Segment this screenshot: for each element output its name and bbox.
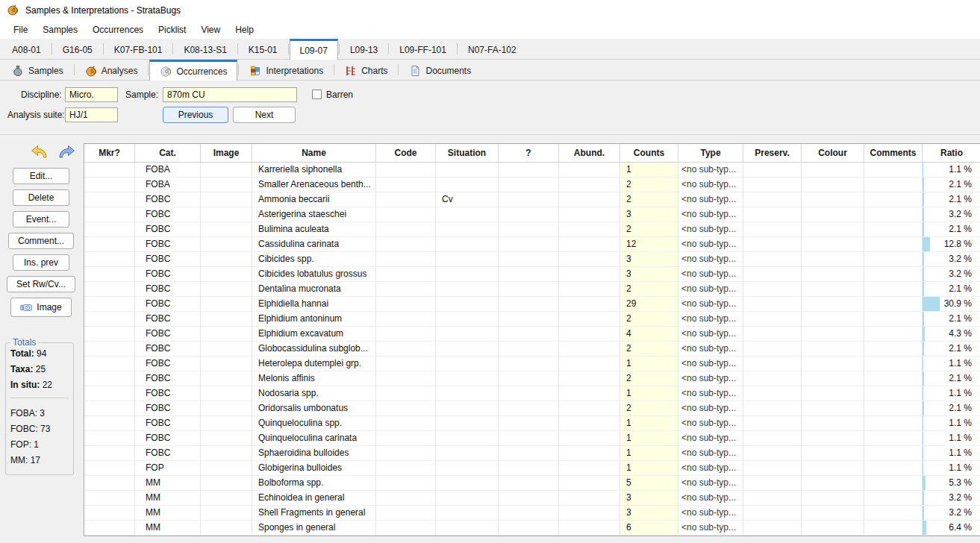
well-tab-a08-01[interactable]: A08-01 [2, 42, 51, 58]
cell-q [499, 163, 559, 178]
table-row[interactable]: FOBCCibicides lobatulus grossus3<no sub-… [84, 267, 980, 282]
menu-help[interactable]: Help [228, 22, 261, 38]
table-row[interactable]: MMSponges in general6<no sub-typ...6.4 % [84, 521, 980, 536]
cell-type: <no sub-typ... [678, 446, 743, 461]
table-row[interactable]: FOBCMelonis affinis2<no sub-typ...2.1 % [84, 371, 980, 386]
table-row[interactable]: FOBAKarreriella siphonella1<no sub-typ..… [84, 163, 980, 178]
image-button[interactable]: Image [10, 298, 71, 317]
cell-cat: FOBC [135, 386, 201, 401]
analysis-suite-field[interactable]: HJ/1 [65, 107, 118, 122]
view-tab-analyses[interactable]: Analyses [75, 63, 148, 79]
well-tab-k08-13-s1[interactable]: K08-13-S1 [174, 42, 236, 58]
table-row[interactable]: FOBCDentalina mucronata2<no sub-typ...2.… [84, 282, 980, 297]
well-tab-g16-05[interactable]: G16-05 [53, 42, 102, 58]
column-header-situation[interactable]: Situation [436, 144, 499, 163]
cell-cat: FOBC [135, 342, 201, 357]
column-header-type[interactable]: Type [678, 144, 743, 163]
table-row[interactable]: FOBCQuinqueloculina spp.1<no sub-typ...1… [84, 416, 980, 431]
column-header-abund[interactable]: Abund. [559, 144, 620, 163]
well-tab-k07-fb-101[interactable]: K07-FB-101 [104, 42, 172, 58]
cell-abund [559, 371, 620, 386]
menu-occurrences[interactable]: Occurrences [85, 22, 151, 38]
column-header-name[interactable]: Name [252, 144, 376, 163]
cell-situation [436, 506, 499, 521]
table-row[interactable]: MMShell Fragments in general3<no sub-typ… [84, 506, 980, 521]
cell-type: <no sub-typ... [678, 312, 743, 327]
well-tab-k15-01[interactable]: K15-01 [239, 42, 287, 58]
column-header-q[interactable]: ? [499, 144, 559, 163]
undo-arrow-icon[interactable] [30, 145, 49, 160]
cell-preserv [743, 357, 802, 371]
table-row[interactable]: FOBCCibicides spp.3<no sub-typ...3.2 % [84, 252, 980, 267]
column-header-mkr[interactable]: Mkr? [84, 144, 135, 163]
view-tab-interpretations[interactable]: Interpretations [240, 63, 333, 79]
table-row[interactable]: FOBCAmmonia beccariiCv2<no sub-typ...2.1… [84, 192, 980, 207]
column-header-cat[interactable]: Cat. [135, 144, 201, 163]
menu-file[interactable]: File [6, 22, 35, 38]
edit-button[interactable]: Edit... [13, 168, 69, 184]
set-rw-cv-button[interactable]: Set Rw/Cv... [7, 276, 75, 292]
table-row[interactable]: FOBCOridorsalis umbonatus2<no sub-typ...… [84, 401, 980, 416]
cell-counts: 1 [620, 416, 678, 431]
column-header-colour[interactable]: Colour [802, 144, 864, 163]
ins-prev-button[interactable]: Ins. prev [13, 254, 69, 271]
cell-situation [436, 222, 499, 237]
sample-field[interactable]: 870m CU [163, 87, 297, 102]
menu-view[interactable]: View [193, 22, 228, 38]
discipline-field[interactable]: Micro. [65, 87, 118, 102]
column-header-preserv[interactable]: Preserv. [743, 144, 802, 163]
well-tab-l09-ff-101[interactable]: L09-FF-101 [390, 42, 456, 58]
well-tab-n07-fa-102[interactable]: N07-FA-102 [458, 42, 526, 58]
column-header-counts[interactable]: Counts [620, 144, 678, 163]
previous-button[interactable]: Previous [163, 107, 228, 123]
column-header-ratio[interactable]: Ratio [923, 144, 980, 163]
table-row[interactable]: FOBCCassidulina carinata12<no sub-typ...… [84, 237, 980, 252]
redo-arrow-icon[interactable] [57, 145, 76, 160]
cell-code [376, 192, 436, 207]
comment-button[interactable]: Comment... [8, 233, 74, 249]
cell-counts: 1 [620, 461, 678, 476]
menu-samples[interactable]: Samples [35, 22, 85, 38]
table-row[interactable]: FOBCElphidiella hannai29<no sub-typ...30… [84, 297, 980, 312]
cell-name: Oridorsalis umbonatus [252, 401, 376, 416]
table-row[interactable]: FOBASmaller Arenaceous benth...2<no sub-… [84, 178, 980, 192]
cell-abund [559, 327, 620, 342]
cell-cat: FOBC [135, 446, 201, 461]
next-button[interactable]: Next [233, 107, 296, 123]
barren-checkbox[interactable] [312, 90, 322, 99]
cell-name: Echinoidea in general [252, 491, 376, 506]
column-header-image[interactable]: Image [201, 144, 252, 163]
well-tab-l09-07[interactable]: L09-07 [290, 39, 338, 60]
event-button[interactable]: Event... [13, 211, 69, 227]
well-tab-l09-13[interactable]: L09-13 [340, 42, 387, 58]
table-row[interactable]: FOBCSphaeroidina bulloides1<no sub-typ..… [84, 446, 980, 461]
table-row[interactable]: FOBCGlobocassidulina subglob...2<no sub-… [84, 342, 980, 357]
view-tab-occurrences[interactable]: Occurrences [149, 60, 237, 81]
menu-picklist[interactable]: Picklist [151, 22, 193, 38]
cell-name: Sponges in general [252, 521, 376, 536]
delete-button[interactable]: Delete [13, 189, 69, 206]
column-header-comments[interactable]: Comments [864, 144, 923, 163]
table-row[interactable]: FOBCElphidium antoninum2<no sub-typ...2.… [84, 312, 980, 327]
cell-cat: FOBC [135, 357, 201, 371]
totals-row: In situ: 22 [10, 377, 69, 393]
view-tab-charts[interactable]: Charts [335, 63, 397, 79]
cell-colour [802, 357, 864, 371]
view-tab-documents[interactable]: Documents [399, 63, 481, 79]
cell-name: Sphaeroidina bulloides [252, 446, 376, 461]
cell-colour [802, 342, 864, 357]
table-row[interactable]: FOBCQuinqueloculina carinata1<no sub-typ… [84, 431, 980, 446]
column-header-code[interactable]: Code [376, 144, 436, 163]
cell-code [376, 163, 436, 178]
table-row[interactable]: FOPGlobigerina bulloides1<no sub-typ...1… [84, 461, 980, 476]
table-row[interactable]: FOBCHeterolepa dutemplei grp.1<no sub-ty… [84, 357, 980, 371]
table-row[interactable]: FOBCElphidium excavatum4<no sub-typ...4.… [84, 327, 980, 342]
table-row[interactable]: MMEchinoidea in general3<no sub-typ...3.… [84, 491, 980, 506]
table-row[interactable]: FOBCBulimina aculeata2<no sub-typ...2.1 … [84, 222, 980, 237]
table-row[interactable]: FOBCNodosaria spp.1<no sub-typ...1.1 % [84, 386, 980, 401]
cell-cat: FOBC [135, 207, 201, 222]
cell-code [376, 222, 436, 237]
view-tab-samples[interactable]: Samples [2, 63, 73, 79]
table-row[interactable]: FOBCAsterigerina staeschei3<no sub-typ..… [84, 207, 980, 222]
table-row[interactable]: MMBolboforma spp.5<no sub-typ...5.3 % [84, 476, 980, 491]
